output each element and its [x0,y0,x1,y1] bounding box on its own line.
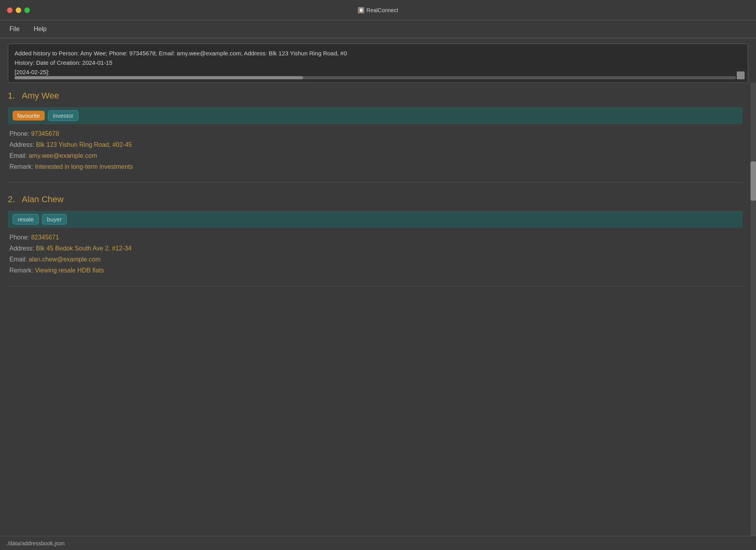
person-1-email-value: amy.wee@example.com [29,152,97,159]
app-title: RealConnect [367,7,398,13]
person-1-email-label: Email: [9,152,29,159]
person-1-phone-row: Phone: 97345678 [8,130,743,137]
person-1-number: 1. [8,91,15,100]
person-2-email-label: Email: [9,256,29,263]
status-bar-text: ./data/addressbook.json [6,540,65,546]
tag-investor: investor [48,110,79,121]
person-2-email-row: Email: alan.chew@example.com [8,256,743,263]
command-output-line1: Added history to Person: Amy Wee; Phone:… [15,49,741,58]
window-controls[interactable] [7,7,30,13]
person-2-address-row: Address: Blk 45 Bedok South Ave 2, #12-3… [8,245,743,252]
person-2-tags-row: resale buyer [8,211,743,228]
person-2-remark-row: Remark: Viewing resale HDB flats [8,267,743,274]
person-1-phone-value: 97345678 [31,130,59,137]
right-scrollbar[interactable] [751,83,756,536]
person-2-phone-label: Phone: [9,234,31,241]
menu-bar: File Help [0,20,756,38]
menu-file[interactable]: File [6,24,23,34]
person-1-remark-label: Remark: [9,163,35,170]
minimize-button[interactable] [16,7,21,13]
person-2-phone-row: Phone: 82345671 [8,234,743,241]
tag-resale: resale [13,214,39,225]
person-1-address-label: Address: [9,141,36,148]
person-2-address-value: Blk 45 Bedok South Ave 2, #12-34 [36,245,131,252]
output-scroll-button[interactable] [737,71,745,79]
command-output[interactable]: Added history to Person: Amy Wee; Phone:… [8,44,748,83]
person-1-remark-row: Remark: Interested in long-term investme… [8,163,743,170]
person-1-remark-value: Interested in long-term investments [35,163,133,170]
persons-list[interactable]: 1. Amy Wee favourite investor Phone: 973… [0,83,751,536]
maximize-button[interactable] [24,7,30,13]
tag-favourite: favourite [13,111,45,121]
person-2-remark-value: Viewing resale HDB flats [35,267,104,274]
person-card-amy-wee: 1. Amy Wee favourite investor Phone: 973… [8,83,743,183]
person-1-tags-row: favourite investor [8,107,743,124]
output-scrollbar-thumb[interactable] [15,76,303,79]
person-2-name: Alan Chew [22,194,63,204]
person-2-email-value: alan.chew@example.com [29,256,100,263]
person-1-address-row: Address: Blk 123 Yishun Ring Road, #02-4… [8,141,743,148]
app-icon: 📋 [358,7,364,13]
command-output-line3: [2024-02-25]: [15,68,741,77]
person-1-phone-label: Phone: [9,130,31,137]
main-content: Added history to Person: Amy Wee; Phone:… [0,38,756,536]
status-bar: ./data/addressbook.json [0,536,756,550]
person-2-address-label: Address: [9,245,36,252]
menu-help[interactable]: Help [31,24,50,34]
close-button[interactable] [7,7,13,13]
person-2-phone-value: 82345671 [31,234,59,241]
person-1-name: Amy Wee [22,91,59,100]
window-title: 📋 RealConnect [358,7,398,13]
content-wrapper: 1. Amy Wee favourite investor Phone: 973… [0,83,756,536]
person-2-title: 2. Alan Chew [8,194,743,205]
tag-buyer: buyer [42,214,67,225]
person-1-title: 1. Amy Wee [8,91,743,101]
person-card-alan-chew: 2. Alan Chew resale buyer Phone: 8234567… [8,186,743,286]
output-scrollbar-track[interactable] [15,76,736,79]
right-scrollbar-thumb[interactable] [751,161,756,201]
person-1-email-row: Email: amy.wee@example.com [8,152,743,159]
title-bar: 📋 RealConnect [0,0,756,20]
person-2-number: 2. [8,194,15,204]
command-output-line2: History: Date of Creation: 2024-01-15 [15,58,741,68]
person-2-remark-label: Remark: [9,267,35,274]
person-1-address-value: Blk 123 Yishun Ring Road, #02-45 [36,141,132,148]
